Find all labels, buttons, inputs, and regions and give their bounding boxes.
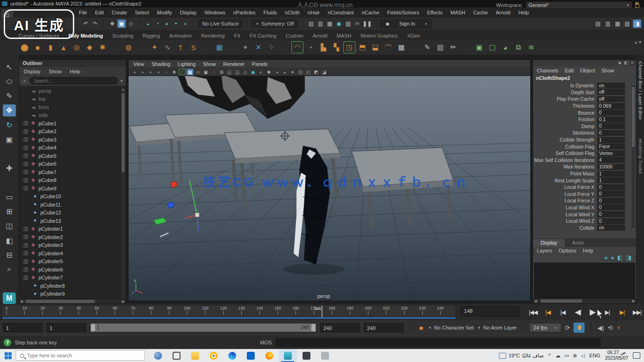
animation-end-field[interactable]: 240 <box>364 323 404 332</box>
filter-icon[interactable]: ≡ <box>21 78 28 84</box>
outliner-item[interactable]: + pCylinder2 <box>19 233 126 241</box>
poly-plane-icon[interactable]: ◆ <box>84 41 96 53</box>
selected-node-name[interactable]: nClothShape2 <box>533 75 636 82</box>
channel-attribute-value[interactable]: 0.069 <box>597 103 625 109</box>
outliner-item[interactable]: + pCube12 <box>19 209 126 217</box>
snap-to-point-icon[interactable]: ◕ <box>162 19 171 28</box>
layer-editor-scrollbar[interactable]: ◀ ▶ <box>533 298 636 304</box>
svg-tool-icon[interactable]: S <box>187 41 200 53</box>
outliner-item[interactable]: + pCylinder4 <box>19 249 126 258</box>
command-line-label[interactable]: MOS <box>260 340 272 345</box>
auto-keyframe-button[interactable]: ⬮ <box>573 323 585 333</box>
poly-cube-icon[interactable]: ■ <box>32 41 44 53</box>
expand-icon[interactable]: + <box>24 162 28 166</box>
menu-item[interactable]: Modify <box>157 10 172 15</box>
smooth-icon[interactable]: ▣ <box>473 41 485 53</box>
menu-item[interactable]: Help <box>518 10 529 15</box>
range-start-handle[interactable] <box>91 324 95 331</box>
paint-effects-icon[interactable]: ∕ <box>179 69 186 75</box>
shelf-tab[interactable]: FX <box>234 33 240 39</box>
menu-item[interactable]: Create <box>112 10 127 15</box>
ao-icon[interactable]: ◒ <box>281 69 288 75</box>
poly-type-icon[interactable]: T <box>174 41 187 53</box>
select-tool-icon[interactable]: ↖ <box>3 61 16 73</box>
chrome-icon[interactable] <box>204 349 223 362</box>
expand-icon[interactable]: + <box>24 243 28 247</box>
play-backwards-button[interactable]: ◀ <box>571 307 585 318</box>
poly-disc-icon[interactable]: ✱ <box>97 41 109 53</box>
expand-icon[interactable]: + <box>24 259 28 264</box>
channel-attribute-value[interactable]: 1 <box>597 177 625 183</box>
channel-settings-icon[interactable]: ≡ <box>631 60 633 66</box>
separate-icon[interactable]: ▚ <box>330 41 342 53</box>
safe-action-icon[interactable]: ◱ <box>226 69 233 75</box>
shelf-scroll-arrows[interactable]: ▲▼ <box>634 41 642 44</box>
locator-icon[interactable]: ⌖ <box>239 41 251 53</box>
sync-icon[interactable]: ⟲ <box>608 324 613 331</box>
outliner-persp-layout-icon[interactable]: ◧ <box>3 235 16 246</box>
channel-attribute-value[interactable]: off <box>597 89 625 95</box>
channel-attribute-value[interactable]: 0 <box>597 123 625 129</box>
onedrive-icon[interactable]: ☁ <box>555 353 560 359</box>
viewport-menu-item[interactable]: Panels <box>252 61 268 67</box>
outliner-item[interactable]: + pCube8 <box>19 176 126 185</box>
toolbox-separator[interactable] <box>3 177 16 188</box>
shelf-tab[interactable]: Animation <box>169 33 192 39</box>
character-set-icon[interactable]: ☻ <box>418 324 425 331</box>
app-icon-dark[interactable] <box>297 349 316 362</box>
outliner-item[interactable]: + side <box>19 111 126 120</box>
launch-app-icon[interactable]: ✄ <box>353 19 361 28</box>
outliner-item[interactable]: + pCylinder8 <box>19 282 126 290</box>
outliner-item[interactable]: + pCube10 <box>19 193 126 201</box>
make-live-icon[interactable]: ◖ <box>181 19 189 28</box>
maya-taskbar-icon[interactable] <box>278 349 297 362</box>
language-indicator[interactable]: ENG <box>589 353 600 358</box>
menu-item[interactable]: Windows <box>205 10 225 15</box>
current-tool-icon[interactable]: ✚ <box>3 162 16 174</box>
outliner-item[interactable]: + pCylinder6 <box>19 265 126 274</box>
loop-playback-icon[interactable]: ⟳ <box>565 324 570 331</box>
extract-icon[interactable]: ◳ <box>343 41 355 53</box>
menu-item[interactable]: Effects <box>427 10 442 15</box>
snap-to-plane-icon[interactable]: ◓ <box>172 19 180 28</box>
bridge-icon[interactable]: ⌒ <box>382 41 394 53</box>
outliner-item[interactable]: + pCube9 <box>19 184 126 193</box>
outliner-search-input[interactable] <box>30 77 118 84</box>
expand-icon[interactable]: + <box>24 251 28 255</box>
shelf-separator[interactable] <box>226 41 238 53</box>
playback-speed-dropdown[interactable]: 24 fps ▼ <box>529 323 561 332</box>
expand-icon[interactable]: + <box>24 146 28 150</box>
channel-attribute-value[interactable]: 0 <box>597 184 625 190</box>
channel-attribute-value[interactable]: 0 <box>597 204 625 210</box>
no-live-surface-button[interactable]: No Live Surface <box>198 19 243 28</box>
expand-icon[interactable]: + <box>24 178 28 182</box>
outliner-menu-item[interactable]: Display <box>24 69 40 74</box>
shelf-tab[interactable]: Rigging <box>142 33 160 39</box>
firefox-icon[interactable] <box>260 349 278 362</box>
outliner-item[interactable]: + pCylinder7 <box>19 274 126 282</box>
object-details-icon[interactable]: ▤ <box>594 19 602 28</box>
poly-cylinder-icon[interactable]: ▮ <box>45 41 57 53</box>
combine-icon[interactable]: ▙ <box>317 41 329 53</box>
animation-start-field[interactable]: 1 <box>3 323 43 332</box>
shelf-tab[interactable]: MASH <box>337 33 352 39</box>
lattice-icon[interactable]: ▩ <box>395 41 407 53</box>
render-frame-icon[interactable]: ▤ <box>307 19 315 28</box>
step-forward-one-key-button[interactable]: ▶| <box>615 307 629 318</box>
two-d-pan-zoom-icon[interactable]: ✥ <box>171 69 178 75</box>
move-tool-icon[interactable]: ✥ <box>3 104 16 116</box>
layer-list[interactable] <box>534 263 635 298</box>
smooth-shade-icon[interactable]: ◉ <box>250 69 257 75</box>
mute-icon[interactable]: ◀) <box>597 324 604 331</box>
shelf-separator[interactable] <box>200 41 213 53</box>
reduce-icon[interactable]: ▢ <box>486 41 498 53</box>
render-settings-icon[interactable]: ◉ <box>335 19 343 28</box>
create-layer-from-selected-icon[interactable]: ◨ <box>626 254 631 263</box>
menu-item[interactable]: nCloth <box>285 10 300 15</box>
safe-title-icon[interactable]: ◲ <box>234 69 241 75</box>
camera-attributes-icon[interactable]: ▪ <box>147 69 154 75</box>
distance-tool-icon[interactable]: ⁘ <box>265 41 277 53</box>
outliner-item[interactable]: + top <box>19 95 126 103</box>
channel-attribute-value[interactable]: 0 <box>597 198 625 204</box>
measure-tool-icon[interactable]: ✕ <box>252 41 264 53</box>
